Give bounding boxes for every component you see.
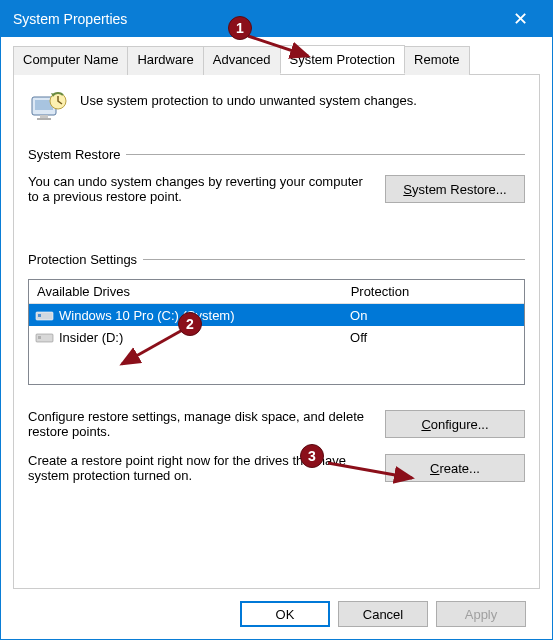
divider [143,259,525,260]
dialog-button-bar: OK Cancel Apply [13,589,540,639]
column-header-protection[interactable]: Protection [343,280,524,303]
create-description: Create a restore point right now for the… [28,453,375,483]
apply-button[interactable]: Apply [436,601,526,627]
intro-text: Use system protection to undo unwanted s… [80,89,417,108]
drive-name: Windows 10 Pro (C:) (System) [59,308,235,323]
close-icon[interactable]: ✕ [500,1,540,37]
drive-protection-status: Off [342,330,524,345]
divider [126,154,525,155]
svg-rect-2 [40,115,48,118]
system-protection-icon [28,89,68,127]
configure-button[interactable]: Configure... [385,410,525,438]
svg-rect-3 [37,118,51,120]
drive-icon [35,329,55,345]
drive-row[interactable]: Insider (D:) Off [29,326,524,348]
intro-row: Use system protection to undo unwanted s… [28,89,525,127]
svg-rect-7 [38,314,41,317]
create-button[interactable]: Create... [385,454,525,482]
ok-button[interactable]: OK [240,601,330,627]
drive-row[interactable]: Windows 10 Pro (C:) (System) On [29,304,524,326]
group-title-protection: Protection Settings [28,252,137,267]
tab-panel-system-protection: Use system protection to undo unwanted s… [13,75,540,589]
svg-rect-9 [38,336,41,339]
tab-hardware[interactable]: Hardware [127,46,203,75]
tab-advanced[interactable]: Advanced [203,46,281,75]
drive-name: Insider (D:) [59,330,123,345]
content-area: Computer Name Hardware Advanced System P… [1,37,552,639]
drive-list-header: Available Drives Protection [29,280,524,304]
drive-list[interactable]: Available Drives Protection Windows 10 P… [28,279,525,385]
group-title-restore: System Restore [28,147,120,162]
system-properties-window: System Properties ✕ Computer Name Hardwa… [0,0,553,640]
cancel-button[interactable]: Cancel [338,601,428,627]
tab-computer-name[interactable]: Computer Name [13,46,128,75]
configure-description: Configure restore settings, manage disk … [28,409,375,439]
restore-description: You can undo system changes by reverting… [28,174,375,204]
group-protection-settings: Protection Settings Available Drives Pro… [28,252,525,487]
group-system-restore: System Restore You can undo system chang… [28,147,525,218]
column-header-drives[interactable]: Available Drives [29,280,343,303]
system-restore-button[interactable]: System Restore... [385,175,525,203]
tab-strip: Computer Name Hardware Advanced System P… [13,45,540,75]
tab-system-protection[interactable]: System Protection [280,45,406,74]
tab-remote[interactable]: Remote [404,46,470,75]
drive-icon [35,307,55,323]
titlebar: System Properties ✕ [1,1,552,37]
drive-protection-status: On [342,308,524,323]
window-title: System Properties [13,11,500,27]
